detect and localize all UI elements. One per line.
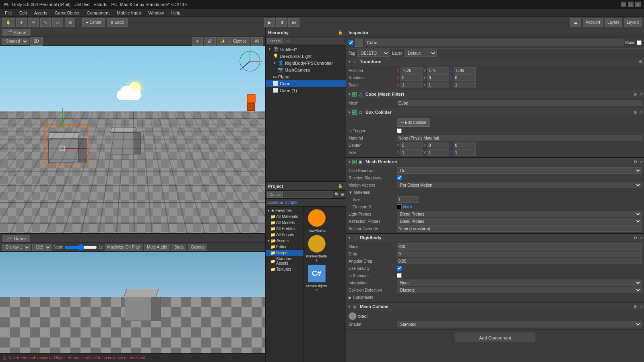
display-select[interactable]: Display 1 bbox=[2, 244, 31, 251]
space-button[interactable]: ⊕ Local bbox=[107, 18, 128, 27]
stats-button[interactable]: Stats bbox=[171, 244, 186, 251]
position-y-input[interactable] bbox=[427, 67, 449, 74]
menu-gameobject[interactable]: GameObject bbox=[52, 10, 83, 16]
size-y-input[interactable] bbox=[427, 149, 449, 156]
cast-shadows-select[interactable]: On bbox=[397, 167, 642, 174]
hierarchy-item-main-camera[interactable]: 📷 MainCamera bbox=[266, 66, 346, 73]
step-button[interactable]: ⏭ bbox=[288, 18, 299, 27]
scale-y-input[interactable] bbox=[427, 82, 449, 88]
gizmo-x-axis[interactable] bbox=[64, 148, 86, 149]
scene-all-button[interactable]: All bbox=[251, 37, 263, 46]
mesh-collider-extra-icon[interactable]: ↗ bbox=[639, 304, 642, 309]
mesh-filter-extra-icon[interactable]: ↗ bbox=[639, 92, 642, 97]
tree-scripts[interactable]: 📁 Scripts bbox=[266, 250, 303, 256]
tree-all-prefabs[interactable]: 📁 All Prefabs bbox=[266, 226, 303, 232]
ratio-select[interactable]: 16:9 bbox=[32, 244, 52, 251]
menu-file[interactable]: File bbox=[2, 10, 15, 16]
scene-gizmos-button[interactable]: Gizmos bbox=[229, 37, 250, 46]
maximize-on-play-button[interactable]: Maximize On Play bbox=[105, 244, 143, 251]
mesh-filter-header[interactable]: ▼ ✓ △ Cube (Mesh Filter) ⚙ ↗ bbox=[346, 90, 644, 98]
hierarchy-item-plane[interactable]: ▭ Plane bbox=[266, 73, 346, 80]
maximize-button[interactable]: □ bbox=[628, 2, 634, 7]
transform-header[interactable]: ▼ ↕ Transform ⚙ bbox=[346, 58, 644, 66]
hierarchy-search-input[interactable] bbox=[284, 38, 344, 44]
mesh-input[interactable] bbox=[397, 100, 642, 106]
center-z-input[interactable] bbox=[454, 142, 476, 148]
asset-mao-aberta[interactable]: maoAberta bbox=[305, 208, 328, 232]
tree-texturas[interactable]: 📁 Texturas bbox=[266, 266, 303, 272]
use-gravity-checkbox[interactable] bbox=[397, 266, 402, 271]
gizmo-center[interactable] bbox=[60, 146, 65, 151]
mesh-renderer-enable[interactable]: ✓ bbox=[352, 160, 357, 164]
pause-button[interactable]: ⏸ bbox=[276, 18, 287, 27]
tag-select[interactable]: OBJETO bbox=[357, 49, 390, 57]
scale-slider[interactable] bbox=[65, 244, 97, 251]
rotation-y-input[interactable] bbox=[427, 74, 449, 81]
reflection-probes-select[interactable]: Blend Probes bbox=[397, 218, 642, 224]
static-checkbox[interactable] bbox=[637, 40, 642, 45]
breadcrumb-scripts[interactable]: Scripts bbox=[285, 200, 297, 205]
hierarchy-item-directional-light[interactable]: 💡 Directional Light bbox=[266, 53, 346, 60]
project-search-button[interactable]: 🔍 bbox=[334, 191, 339, 198]
scale-x-input[interactable] bbox=[400, 82, 423, 88]
scale-tool-button[interactable]: ⤡ bbox=[40, 18, 51, 27]
mesh-collider-gear-icon[interactable]: ⚙ bbox=[634, 304, 637, 309]
add-component-button[interactable]: Add Component bbox=[455, 333, 535, 342]
menu-edit[interactable]: Edit bbox=[16, 10, 30, 16]
tree-favorites[interactable]: ▼ ★ Favorites bbox=[266, 208, 303, 214]
layer-select[interactable]: Default bbox=[405, 49, 437, 57]
account-dropdown[interactable]: Account bbox=[583, 19, 603, 27]
box-collider-extra-icon[interactable]: ↗ bbox=[639, 110, 642, 115]
mesh-filter-gear-icon[interactable]: ⚙ bbox=[634, 92, 637, 97]
motion-vectors-select[interactable]: Per Object Motion bbox=[397, 182, 642, 188]
mixed-tool-button[interactable]: ⊞ bbox=[65, 18, 75, 27]
box-collider-gear-icon[interactable]: ⚙ bbox=[634, 110, 637, 115]
menu-component[interactable]: Component bbox=[83, 10, 113, 16]
tree-standard-assets[interactable]: 📁 Standard Assets bbox=[266, 256, 303, 266]
menu-assets[interactable]: Assets bbox=[31, 10, 51, 16]
collider-material-input[interactable] bbox=[397, 135, 642, 141]
tree-all-scripts[interactable]: 📁 All Scripts bbox=[266, 232, 303, 238]
hierarchy-lock-button[interactable]: 🔒 bbox=[337, 29, 343, 36]
edit-collider-button[interactable]: ✏ Edit Collider bbox=[397, 118, 430, 127]
breadcrumb-assets[interactable]: Assets bbox=[267, 200, 279, 205]
interpolate-select[interactable]: None bbox=[397, 280, 642, 286]
minimize-button[interactable]: ─ bbox=[621, 2, 626, 7]
project-lock-button[interactable]: 🔒 bbox=[337, 183, 343, 189]
asset-mover-objetos[interactable]: C# MoverObjetos bbox=[305, 264, 328, 292]
project-search-input[interactable] bbox=[284, 191, 333, 198]
asset-mas-fechadas[interactable]: masFechadas bbox=[305, 234, 328, 262]
light-probes-select[interactable]: Blend Probes bbox=[397, 211, 642, 217]
object-name-input[interactable] bbox=[365, 39, 623, 46]
close-button[interactable]: ✕ bbox=[635, 2, 641, 7]
pivot-button[interactable]: ● Center bbox=[82, 18, 105, 27]
mesh-renderer-gear-icon[interactable]: ⚙ bbox=[634, 160, 637, 164]
is-kinematic-checkbox[interactable] bbox=[397, 273, 402, 278]
center-x-input[interactable] bbox=[400, 142, 423, 148]
size-z-input[interactable] bbox=[454, 149, 476, 156]
shade-dropdown[interactable]: Shaded bbox=[2, 38, 29, 45]
hierarchy-item-cube[interactable]: ⬜ Cube bbox=[266, 80, 346, 87]
tree-assets[interactable]: ▼ 📂 Assets bbox=[266, 238, 303, 244]
materials-size-input[interactable] bbox=[397, 196, 419, 203]
box-collider-header[interactable]: ▼ ✓ □ Box Collider ⚙ ↗ bbox=[346, 108, 644, 116]
rotation-x-input[interactable] bbox=[400, 74, 423, 81]
hierarchy-create-button[interactable]: Create bbox=[267, 38, 283, 44]
box-collider-enable[interactable]: ✓ bbox=[352, 110, 357, 115]
scene-fx-button[interactable]: ✨ bbox=[217, 37, 229, 46]
hierarchy-item-untitled[interactable]: ▼ 🎬 Untitled* bbox=[266, 46, 346, 53]
layout-dropdown[interactable]: Layout bbox=[624, 19, 642, 27]
object-active-checkbox[interactable] bbox=[349, 40, 353, 45]
scene-audio-button[interactable]: 🔊 bbox=[204, 37, 216, 46]
scene-light-button[interactable]: ☀ bbox=[192, 37, 203, 46]
position-x-input[interactable] bbox=[400, 67, 423, 74]
mesh-filter-enable[interactable]: ✓ bbox=[352, 92, 357, 97]
menu-mobile-input[interactable]: Mobile Input bbox=[114, 10, 144, 16]
element0-name[interactable]: black bbox=[403, 205, 412, 209]
rigidbody-gear-icon[interactable]: ⚙ bbox=[634, 236, 637, 240]
mesh-renderer-header[interactable]: ▼ ✓ ▣ Mesh Renderer ⚙ ↗ bbox=[346, 158, 644, 166]
move-tool-button[interactable]: ✛ bbox=[16, 18, 27, 27]
project-filter-button[interactable]: ☰ bbox=[341, 191, 344, 198]
layers-dropdown[interactable]: Layers bbox=[605, 19, 622, 27]
receive-shadows-checkbox[interactable] bbox=[397, 175, 402, 180]
